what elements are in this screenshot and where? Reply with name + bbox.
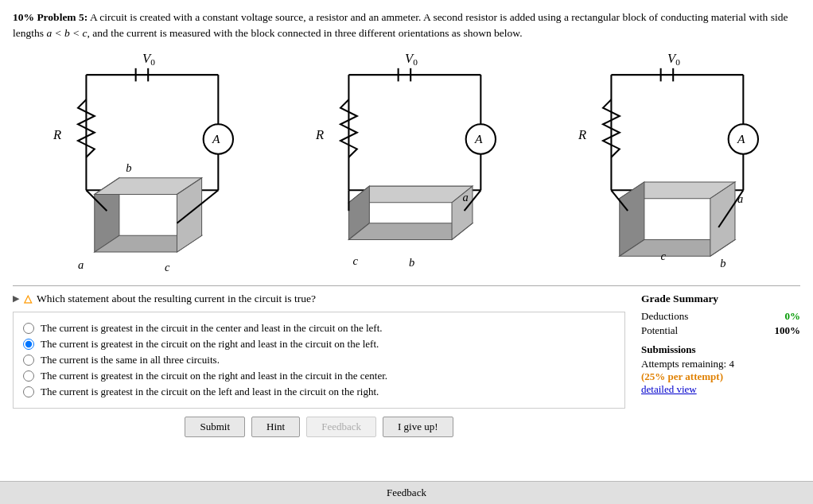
divider <box>13 285 800 286</box>
circuit-right: V 0 R A a b c <box>550 50 788 273</box>
option-3-radio[interactable] <box>23 355 34 366</box>
warning-icon: △ <box>24 293 32 305</box>
deductions-row: Deductions 0% <box>641 310 800 323</box>
detailed-view-link[interactable]: detailed view <box>641 383 697 395</box>
option-row-4: The current is greatest in the circuit o… <box>23 370 615 382</box>
problem-math-content: a < b < c <box>46 27 87 39</box>
attempts-row: Attempts remaining: 4 <box>641 358 800 370</box>
options-box: The current is greatest in the circuit i… <box>13 312 625 409</box>
problem-number-label: Problem 5: <box>37 11 88 23</box>
svg-text:c: c <box>165 260 170 272</box>
option-1-label: The current is greatest in the circuit i… <box>41 322 383 335</box>
svg-text:c: c <box>661 250 667 262</box>
circuit-left: V 0 R A <box>25 50 263 273</box>
give-up-button[interactable]: I give up! <box>383 417 453 437</box>
circuit-left-svg: V 0 R A <box>33 50 255 273</box>
option-row-2: The current is greatest in the circuit o… <box>23 338 615 351</box>
detailed-view-row: detailed view <box>641 383 800 396</box>
deductions-value: 0% <box>785 310 801 323</box>
problem-label: 10% Problem 5: <box>13 11 88 23</box>
question-text: Which statement about the resulting curr… <box>37 293 316 305</box>
problem-text: 10% Problem 5: A circuit is created with… <box>13 10 792 42</box>
svg-text:R: R <box>53 127 61 142</box>
svg-text:A: A <box>212 132 220 145</box>
option-2-radio[interactable] <box>23 339 34 350</box>
option-row-1: The current is greatest in the circuit i… <box>23 322 615 335</box>
svg-text:b: b <box>720 256 725 269</box>
svg-text:a: a <box>78 258 84 270</box>
circuit-center: V 0 R A a b c <box>287 50 526 273</box>
circuits-row: V 0 R A <box>13 50 800 273</box>
question-left: ▶ △ Which statement about the resulting … <box>13 293 625 437</box>
problem-weight: 10% <box>13 11 34 23</box>
buttons-row: Submit Hint Feedback I give up! <box>13 417 625 437</box>
question-header: ▶ △ Which statement about the resulting … <box>13 293 625 305</box>
svg-text:c: c <box>353 254 359 266</box>
option-2-label: The current is greatest in the circuit o… <box>41 338 379 351</box>
hint-button[interactable]: Hint <box>251 417 300 437</box>
potential-value: 100% <box>775 324 801 337</box>
problem-number: 5 <box>79 11 84 23</box>
svg-text:b: b <box>126 161 131 174</box>
page: 10% Problem 5: A circuit is created with… <box>0 0 813 504</box>
circuit-right-svg: V 0 R A a b c <box>558 50 780 273</box>
svg-text:0: 0 <box>675 56 680 66</box>
feedback-button[interactable]: Feedback <box>306 417 376 437</box>
option-5-radio[interactable] <box>23 386 34 397</box>
submissions-title: Submissions <box>641 343 800 356</box>
attempts-value: 4 <box>729 358 734 370</box>
deductions-label: Deductions <box>641 310 688 323</box>
problem-math: a < b < c <box>46 27 87 39</box>
feedback-text: Feedback <box>387 487 426 498</box>
grade-summary: Grade Summary Deductions 0% Potential 10… <box>641 293 800 396</box>
option-row-5: The current is greatest in the circuit o… <box>23 386 615 398</box>
svg-text:R: R <box>578 127 586 142</box>
question-section: ▶ △ Which statement about the resulting … <box>13 293 800 437</box>
grade-summary-title: Grade Summary <box>641 293 800 305</box>
svg-text:0: 0 <box>413 56 418 66</box>
submit-button[interactable]: Submit <box>185 417 245 437</box>
svg-text:a: a <box>463 190 469 203</box>
option-5-label: The current is greatest in the circuit o… <box>41 386 379 398</box>
play-icon: ▶ <box>13 293 19 304</box>
potential-row: Potential 100% <box>641 324 800 337</box>
option-row-3: The current is the same in all three cir… <box>23 354 615 366</box>
option-1-radio[interactable] <box>23 323 34 334</box>
svg-text:b: b <box>409 255 414 268</box>
per-attempt-row: (25% per attempt) <box>641 370 800 383</box>
svg-text:0: 0 <box>150 56 155 66</box>
potential-label: Potential <box>641 324 678 337</box>
attempts-label: Attempts remaining: <box>641 358 726 370</box>
option-4-label: The current is greatest in the circuit o… <box>41 370 387 382</box>
circuit-center-svg: V 0 R A a b c <box>295 50 518 273</box>
svg-text:R: R <box>315 127 324 142</box>
option-4-radio[interactable] <box>23 370 34 382</box>
option-3-label: The current is the same in all three cir… <box>41 354 220 366</box>
svg-text:A: A <box>737 132 745 145</box>
svg-text:A: A <box>474 132 483 145</box>
per-attempt-text: (25% per attempt) <box>641 370 723 382</box>
problem-desc2: , and the current is measured with the b… <box>88 27 523 39</box>
feedback-bar: Feedback <box>0 481 813 504</box>
